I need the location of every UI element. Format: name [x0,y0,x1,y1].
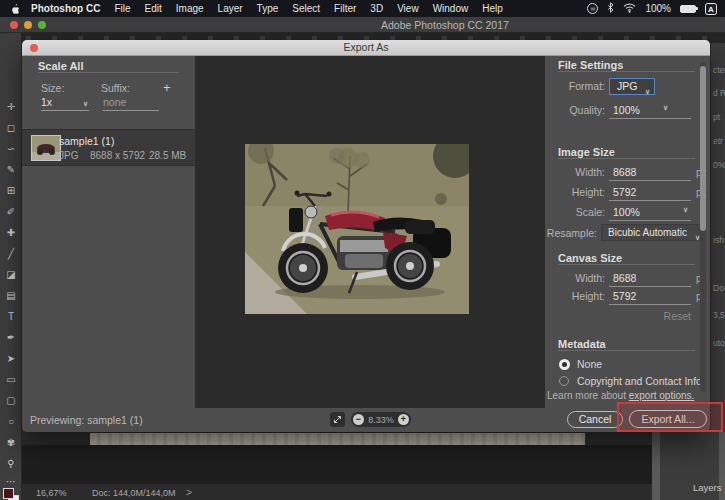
dialog-close-button[interactable] [30,44,38,52]
canvas-width-label: Width: [545,272,605,284]
canvas-height-field[interactable]: 5792 [613,290,636,302]
quality-value[interactable]: 100% [613,104,640,116]
type-tool[interactable]: T [0,311,22,322]
chevron-down-icon [83,100,88,108]
background-panel-strip: cte d R pt etr 0% ish Do 3,5 uto [710,33,725,432]
chevron-down-icon[interactable] [663,104,668,112]
fit-view-button[interactable] [330,412,345,427]
clipped-panel-text: uto [713,338,725,348]
menu-app-name[interactable]: Photoshop CC [24,3,107,14]
reset-button[interactable]: Reset [609,310,691,322]
preview-zoom-percentage: 8.33% [368,415,394,425]
format-label: Format: [545,80,605,92]
image-size-header: Image Size [558,146,615,158]
file-format: JPG [59,150,78,161]
document-zoom-level[interactable]: 16,67% [36,488,67,498]
clipped-panel-text: cte [713,65,724,75]
zoom-out-button[interactable]: − [353,414,364,425]
lasso-tool[interactable]: ∽ [0,143,22,154]
menu-window[interactable]: Window [426,3,476,14]
zoom-in-button[interactable]: + [398,414,409,425]
resample-select[interactable]: Bicubic Automatic [601,224,704,241]
size-select[interactable]: 1x [41,96,89,111]
foreground-color-swatch[interactable] [3,488,14,499]
path-select-tool[interactable]: ➤ [0,353,22,364]
menu-filter[interactable]: Filter [327,3,363,14]
panel-divider [652,432,660,500]
section-divider [558,264,695,265]
section-divider [558,158,695,159]
settings-scrollbar[interactable] [700,62,706,392]
add-scale-button[interactable]: + [163,80,171,95]
width-field[interactable]: 8688 [613,166,636,178]
zoom-tool[interactable]: ⚲ [0,458,22,469]
canvas-width-field[interactable]: 8688 [613,272,636,284]
hand-tool[interactable]: ✾ [0,437,22,448]
metadata-none-radio[interactable] [559,359,570,370]
gradient-tool[interactable]: ▤ [0,290,22,301]
window-minimize-button[interactable] [24,21,32,29]
cancel-button[interactable]: Cancel [567,411,623,428]
doc-size-indicator: Doc: 144,0M/144,0M [92,488,176,498]
metadata-copyright-label[interactable]: Copyright and Contact Info [577,375,702,387]
menu-type[interactable]: Type [250,3,286,14]
healing-brush-tool[interactable]: ✚ [0,227,22,238]
metadata-none-label[interactable]: None [577,358,602,370]
wifi-icon[interactable] [623,3,636,15]
rectangle-tool[interactable]: ▭ [0,374,22,385]
apple-menu-icon[interactable] [8,3,24,15]
suffix-input[interactable]: none [103,96,159,111]
clipped-panel-text: 3,5 [713,310,725,320]
annotation-highlight-box [617,402,723,432]
menu-file[interactable]: File [107,3,137,14]
menu-layer[interactable]: Layer [211,3,250,14]
chevron-down-icon[interactable] [683,206,688,214]
format-select[interactable]: JPG [609,78,655,95]
eyedropper-tool[interactable]: ✐ [0,206,22,217]
preview-area [195,56,545,408]
preview-image [245,144,469,314]
file-dimensions: 8688 x 5792 [90,150,145,161]
clipped-panel-text: Do [713,283,724,293]
ellipse-tool[interactable]: ○ [0,416,22,427]
move-tool[interactable]: ✛ [0,101,22,112]
clipped-panel-text: pt [713,112,720,122]
layers-panel-tab[interactable]: Layers [693,482,722,493]
menu-3d[interactable]: 3D [363,3,390,14]
more-tools-icon[interactable]: ⋯ [0,476,22,487]
scale-field[interactable]: 100% [613,206,640,218]
menu-view[interactable]: View [390,3,426,14]
clipped-panel-text: etr [713,136,723,146]
status-chevron-icon[interactable]: > [186,487,192,498]
pen-tool[interactable]: ✒ [0,332,22,343]
field-underline [609,200,691,201]
export-options-link[interactable]: export options. [629,390,695,401]
metadata-copyright-radio[interactable] [559,376,569,386]
menu-bar: Photoshop CC File Edit Image Layer Type … [0,0,725,17]
file-name: sample1 (1) [59,135,114,147]
menu-image[interactable]: Image [169,3,211,14]
background-document-area: Layers 16,67% Doc: 144,0M/144,0M > [22,432,725,500]
export-file-item[interactable]: sample1 (1) JPG 8688 x 5792 28.5 MB [22,129,195,166]
eraser-tool[interactable]: ◪ [0,269,22,280]
clipped-panel-text: ish [713,235,724,245]
creative-cloud-icon[interactable] [587,3,598,14]
scale-label: Scale: [545,206,605,218]
menu-help[interactable]: Help [475,3,510,14]
menu-select[interactable]: Select [285,3,327,14]
bluetooth-icon[interactable] [607,2,614,15]
quick-selection-tool[interactable]: ✎ [0,164,22,175]
input-source-icon[interactable]: A [705,3,717,15]
marquee-tool[interactable]: ◻ [0,122,22,133]
window-zoom-button[interactable] [38,21,46,29]
brush-tool[interactable]: ╱ [0,248,22,259]
window-close-button[interactable] [10,21,18,29]
rounded-rectangle-tool[interactable]: ▢ [0,395,22,406]
menu-edit[interactable]: Edit [138,3,169,14]
background-photo-edge [90,433,585,445]
crop-tool[interactable]: ⊞ [0,185,22,196]
battery-icon[interactable] [680,5,696,13]
battery-percentage: 100% [645,3,671,14]
scale-all-panel: Scale All Size: Suffix: + 1x none sample… [22,56,195,408]
height-field[interactable]: 5792 [613,186,636,198]
